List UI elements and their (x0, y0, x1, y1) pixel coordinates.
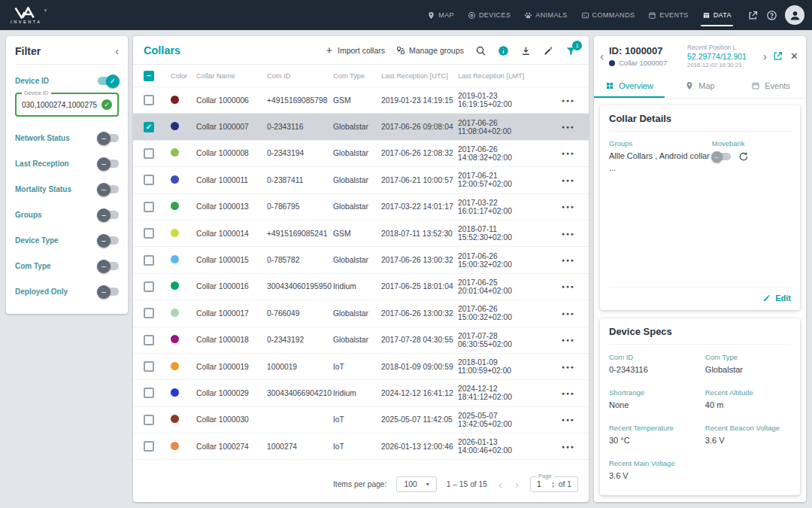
filter-toggle[interactable]: – (98, 160, 119, 168)
row-checkbox[interactable] (144, 388, 154, 398)
open-in-new-icon[interactable] (772, 50, 783, 62)
collar-name: Collar 1000016 (196, 282, 267, 291)
row-menu-button[interactable]: ●●● (545, 337, 589, 342)
recent-position-value[interactable]: 52.29774/12.901 (687, 52, 758, 61)
spec-value: 30 °C (609, 435, 699, 447)
row-checkbox[interactable] (144, 361, 154, 372)
table-row-collar-1000017[interactable]: Collar 1000017 0-766049 Globalstar 2017-… (133, 300, 589, 327)
last-reception-lmt: 2017-06-26 11:08:04+02:00 (458, 119, 545, 135)
filter-funnel-icon[interactable]: 1 (565, 45, 577, 56)
nav-item-map[interactable]: MAP (420, 0, 461, 30)
table-row-collar-1000018[interactable]: Collar 1000018 0-2343192 Globalstar 2017… (133, 327, 589, 354)
search-icon[interactable] (475, 45, 486, 56)
collars-toolbar: Collars Import collars Manage groups 1 (133, 36, 589, 65)
filter-toggle[interactable]: – (98, 262, 119, 270)
row-checkbox[interactable] (144, 95, 154, 105)
nav-item-commands[interactable]: COMMANDS (574, 0, 642, 30)
page-input[interactable] (537, 480, 549, 488)
table-row-collar-1000019[interactable]: Collar 1000019 1000019 IoT 2018-01-09 09… (133, 354, 589, 380)
brand-logo[interactable]: INVENTA ▾ (11, 7, 47, 24)
com-id: 0-2343194 (267, 149, 333, 157)
help-icon[interactable] (766, 10, 777, 21)
row-menu-button[interactable]: ●●● (545, 364, 589, 370)
page-stepper[interactable]: ▴▾ (552, 481, 554, 488)
table-row-collar-1000008[interactable]: Collar 1000008 0-2343194 Globalstar 2017… (133, 141, 589, 167)
nav-item-data[interactable]: DATA (695, 0, 738, 30)
table-row-collar-1000030[interactable]: Collar 1000030 IoT 2025-05-07 11:42:05 2… (133, 407, 589, 433)
com-id: +4915169085241 (267, 230, 333, 238)
last-reception-lmt: 2026-01-13 14:00:46+02:00 (458, 438, 545, 455)
groups-label: Groups (609, 139, 712, 148)
next-page-icon[interactable]: › (514, 478, 520, 491)
next-position-icon[interactable]: › (763, 50, 767, 62)
export-icon[interactable] (747, 10, 759, 21)
table-row-collar-1000011[interactable]: Collar 1000011 0-2387411 Globalstar 2017… (133, 167, 589, 193)
row-checkbox[interactable] (144, 415, 154, 425)
last-reception-utc: 2025-05-07 11:42:05 (381, 415, 458, 424)
last-reception-utc: 2017-06-26 09:08:04 (381, 123, 458, 131)
close-icon[interactable]: ✕ (790, 50, 798, 62)
prev-collar-icon[interactable]: ‹ (600, 50, 604, 62)
device-id-toggle[interactable]: ✓ (98, 77, 119, 85)
row-checkbox[interactable] (144, 175, 154, 185)
row-checkbox[interactable] (144, 335, 154, 345)
nav-item-devices[interactable]: DEVICES (461, 0, 517, 30)
row-menu-button[interactable]: ●●● (545, 151, 589, 156)
row-menu-button[interactable]: ●●● (545, 178, 589, 183)
table-row-collar-1000013[interactable]: Collar 1000013 0-786795 Globalstar 2017-… (133, 194, 589, 221)
info-icon[interactable] (498, 45, 509, 56)
import-collars-button[interactable]: Import collars (325, 46, 385, 55)
row-menu-button[interactable]: ●●● (545, 444, 589, 449)
row-checkbox[interactable] (144, 308, 154, 318)
table-row-collar-1000006[interactable]: Collar 1000006 +4915169085798 GSM 2019-0… (133, 87, 589, 114)
tab-events[interactable]: Events (735, 75, 806, 98)
row-menu-button[interactable]: ●●● (545, 311, 589, 316)
nav-item-animals[interactable]: ANIMALS (517, 0, 574, 30)
movebank-toggle[interactable]: – (712, 153, 731, 160)
select-all-checkbox[interactable]: – (144, 71, 154, 81)
row-menu-button[interactable]: ●●● (545, 391, 589, 396)
last-reception-lmt: 2017-03-22 16:01:17+02:00 (458, 199, 545, 215)
sync-icon[interactable] (738, 151, 749, 162)
avatar[interactable] (785, 5, 804, 25)
collar-details-title: Collar Details (609, 113, 791, 132)
row-menu-button[interactable]: ●●● (545, 257, 589, 263)
tab-label: Overview (619, 81, 653, 90)
row-checkbox[interactable] (144, 122, 154, 132)
nav-item-events[interactable]: EVENTS (641, 0, 695, 30)
row-checkbox[interactable] (144, 148, 154, 159)
row-menu-button[interactable]: ●●● (545, 284, 589, 289)
row-checkbox[interactable] (144, 281, 154, 292)
filter-toggle[interactable]: – (98, 287, 119, 296)
table-row-collar-1000274[interactable]: Collar 1000274 1000274 IoT 2026-01-13 12… (133, 433, 589, 460)
table-row-collar-1000016[interactable]: Collar 1000016 300434060195950 Iridium 2… (133, 274, 589, 300)
row-checkbox[interactable] (144, 441, 154, 452)
tab-map[interactable]: Map (665, 75, 735, 98)
edit-button[interactable]: Edit (609, 287, 791, 303)
row-menu-button[interactable]: ●●● (545, 204, 589, 209)
edit-icon[interactable] (543, 45, 554, 56)
tab-icon (605, 81, 614, 90)
filter-toggle[interactable]: – (98, 211, 119, 219)
row-checkbox[interactable] (144, 255, 154, 266)
tab-overview[interactable]: Overview (594, 75, 665, 98)
manage-groups-button[interactable]: Manage groups (396, 46, 464, 55)
row-menu-button[interactable]: ●●● (545, 124, 589, 129)
table-row-collar-1000014[interactable]: Collar 1000014 +4915169085241 GSM 2018-0… (133, 221, 589, 247)
filter-toggle[interactable]: – (98, 236, 119, 245)
row-menu-button[interactable]: ●●● (545, 417, 589, 422)
collapse-filter-icon[interactable]: ‹ (115, 45, 119, 57)
table-row-collar-1000029[interactable]: Collar 1000029 300434066904210 Iridium 2… (133, 380, 589, 406)
table-row-collar-1000007[interactable]: Collar 1000007 0-2343116 Globalstar 2017… (133, 114, 589, 140)
row-checkbox[interactable] (144, 228, 154, 239)
row-checkbox[interactable] (144, 202, 154, 212)
row-menu-button[interactable]: ●●● (545, 98, 589, 103)
download-icon[interactable] (520, 45, 532, 56)
filter-toggle[interactable]: – (98, 134, 119, 142)
items-per-page-select[interactable]: 100 ▾ (396, 476, 436, 492)
device-id-input[interactable] (22, 101, 102, 109)
table-row-collar-1000015[interactable]: Collar 1000015 0-785782 Globalstar 2017-… (133, 247, 589, 273)
filter-toggle[interactable]: – (98, 185, 119, 193)
prev-page-icon[interactable]: ‹ (497, 478, 504, 491)
row-menu-button[interactable]: ●●● (545, 231, 589, 236)
